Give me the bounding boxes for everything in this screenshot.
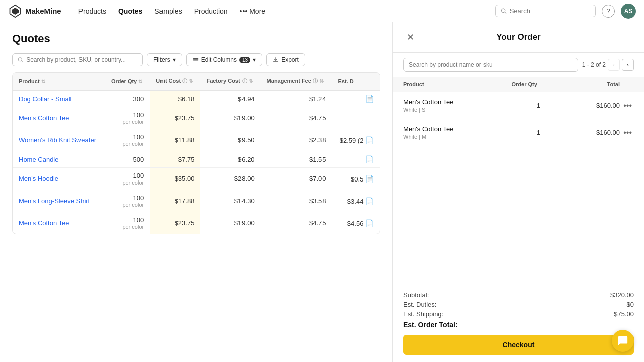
col-factory-cost[interactable]: Factory Cost ⓘ ⇅ [200,73,260,90]
close-order-panel-button[interactable]: ✕ [403,30,417,44]
filters-chevron-icon: ▾ [173,56,176,63]
subtotal-value: $320.00 [610,291,634,299]
col-product[interactable]: Product ⇅ [13,73,105,90]
qty-value: 300 [111,95,144,103]
unit-cost-cell: $6.18 [150,90,200,107]
mgmt-fee-cell: $7.00 [261,168,332,190]
product-cell: Dog Collar - Small [13,90,105,107]
order-table-header: Product Order Qty Total [393,77,644,92]
order-total-label: Est. Order Total: [403,321,458,329]
unit-cost-cell: $35.00 [150,168,200,190]
table-row: Women's Rib Knit Sweater 100 per color $… [13,129,380,151]
qty-cell: 100 per color [105,168,150,190]
product-cell: Men's Hoodie [13,168,105,190]
quotes-table: Product ⇅ Order Qty ⇅ Unit Cost ⓘ ⇅ Fact… [13,73,380,234]
chat-icon [617,335,628,346]
factory-cost-cell: $19.00 [200,107,260,129]
info-icon[interactable]: ⓘ [182,78,187,84]
qty-cell: 100 per color [105,190,150,212]
product-cell: Women's Rib Knit Sweater [13,129,105,151]
est-d-cell [332,107,380,129]
order-item-info: Men's Cotton Tee White | M [403,125,512,140]
svg-rect-7 [193,59,198,60]
main-wrapper: Quotes Filters ▾ Edit Columns 13 ▾ Expor… [0,22,644,362]
col-mgmt-fee[interactable]: Management Fee ⓘ ⇅ [261,73,332,90]
duties-label: Est. Duties: [403,301,436,308]
nav-quotes[interactable]: Quotes [113,5,147,17]
product-search-input[interactable] [26,56,137,63]
unit-cost-cell: $23.75 [150,212,200,234]
order-item-more-button[interactable]: ••• [621,100,634,111]
unit-cost-cell: $17.88 [150,190,200,212]
est-d-cell: $3.44 📄 [332,190,380,212]
product-cell: Men's Cotton Tee [13,212,105,234]
product-cell: Men's Cotton Tee [13,107,105,129]
doc-icon[interactable]: 📄 [365,155,374,163]
product-link[interactable]: Dog Collar - Small [19,95,71,103]
chat-bubble-button[interactable] [612,330,634,352]
product-link[interactable]: Men's Hoodie [19,175,58,183]
table-row: Dog Collar - Small 300 $6.18 $4.94 $1.24… [13,90,380,107]
checkout-button[interactable]: Checkout [403,335,634,355]
nav-production[interactable]: Production [189,5,233,17]
info-icon[interactable]: ⓘ [242,78,247,84]
qty-cell: 100 per color [105,107,150,129]
nav-products[interactable]: Products [73,5,111,17]
svg-rect-6 [193,58,198,59]
order-item-more-button[interactable]: ••• [621,127,634,138]
order-search-row: 1 - 2 of 2 ‹ › [393,53,644,77]
svg-line-3 [505,12,506,14]
factory-cost-cell: $14.30 [200,190,260,212]
product-link[interactable]: Men's Cotton Tee [19,114,69,122]
product-link[interactable]: Home Candle [19,156,59,163]
filters-button[interactable]: Filters ▾ [147,53,182,66]
user-avatar[interactable]: AS [621,4,636,19]
nav-samples[interactable]: Samples [149,5,187,17]
global-search-input[interactable] [510,7,590,15]
qty-cell: 100 per color [105,129,150,151]
toolbar: Filters ▾ Edit Columns 13 ▾ Export [12,53,380,66]
qty-cell: 500 [105,151,150,168]
order-items-list: Men's Cotton Tee White | S 1 $160.00 •••… [393,92,644,284]
unit-cost-cell: $11.88 [150,129,200,151]
table-row: Men's Cotton Tee 100 per color $23.75 $1… [13,107,380,129]
est-d-cell: 📄 [332,151,380,168]
order-item-qty: 1 [512,102,566,109]
pagination-next-button[interactable]: › [622,59,634,71]
product-link[interactable]: Men's Long-Sleeve Shirt [19,197,90,205]
factory-cost-cell: $4.94 [200,90,260,107]
product-link[interactable]: Men's Cotton Tee [19,219,69,227]
pagination-prev-button[interactable]: ‹ [608,59,620,71]
order-item: Men's Cotton Tee White | S 1 $160.00 ••• [393,92,644,119]
nav-more[interactable]: ••• More [235,5,271,17]
doc-icon[interactable]: 📄 [365,219,374,227]
doc-icon[interactable]: 📄 [365,197,374,205]
order-item-variant: White | S [403,107,512,113]
col-order-qty[interactable]: Order Qty ⇅ [105,73,150,90]
col-est-d[interactable]: Est. D [332,73,380,90]
factory-cost-cell: $9.50 [200,129,260,151]
order-item-qty: 1 [512,129,566,136]
est-d-cell: $4.56 📄 [332,212,380,234]
sort-icon: ⇅ [138,79,142,84]
qty-value: 500 [111,156,144,163]
product-link[interactable]: Women's Rib Knit Sweater [19,136,96,144]
global-search[interactable] [495,5,596,17]
qty-value: 100 [111,133,144,141]
product-search-wrap[interactable] [12,53,143,66]
doc-icon[interactable]: 📄 [365,136,374,144]
qty-value: 100 [111,111,144,119]
edit-columns-button[interactable]: Edit Columns 13 ▾ [186,53,263,66]
info-icon[interactable]: ⓘ [313,78,318,84]
help-button[interactable]: ? [602,5,615,18]
per-color-label: per color [111,224,144,230]
order-search-input[interactable] [403,58,578,72]
mgmt-fee-cell: $4.75 [261,107,332,129]
navbar-right: ? AS [495,4,636,19]
brand-logo[interactable]: MakeMine [8,4,61,18]
main-nav: Products Quotes Samples Production ••• M… [73,5,270,17]
export-button[interactable]: Export [266,53,305,66]
doc-icon[interactable]: 📄 [365,175,374,183]
doc-icon[interactable]: 📄 [365,95,374,103]
col-unit-cost[interactable]: Unit Cost ⓘ ⇅ [150,73,200,90]
